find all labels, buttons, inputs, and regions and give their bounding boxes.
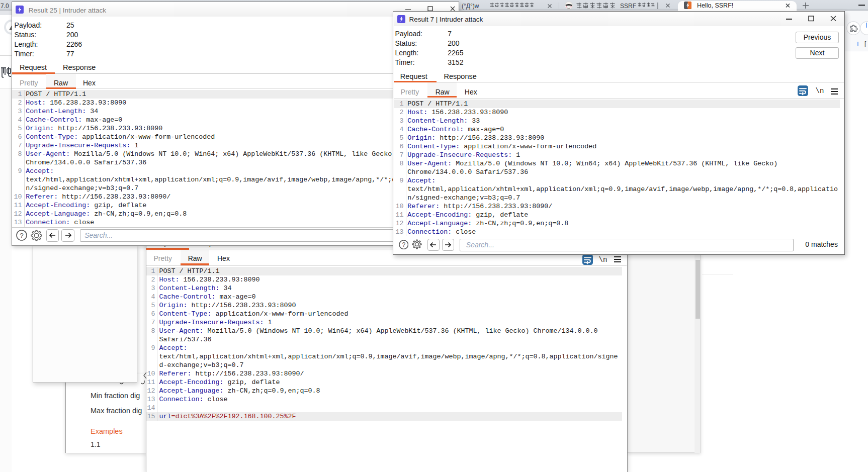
svg-text:?: ?	[20, 232, 24, 239]
svg-text:?: ?	[402, 241, 405, 248]
